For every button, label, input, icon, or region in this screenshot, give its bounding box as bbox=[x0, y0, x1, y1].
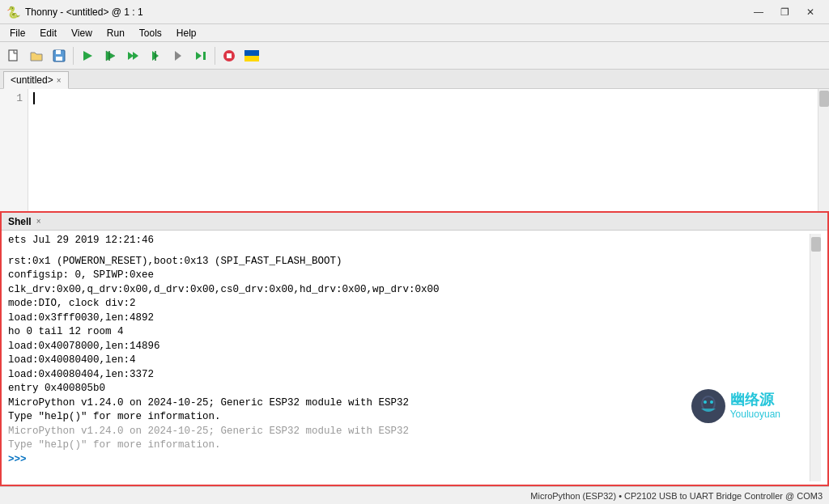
shell-empty-line bbox=[8, 248, 810, 255]
shell-line: MicroPython v1.24.0 on 2024-10-25; Gener… bbox=[8, 425, 810, 439]
shell-line: rst:0x1 (POWERON_RESET),boot:0x13 (SPI_F… bbox=[8, 255, 810, 269]
shell-header: Shell × bbox=[2, 213, 827, 231]
shell-line: load:0x3fff0030,len:4892 bbox=[8, 311, 810, 326]
shell-panel: Shell × ets Jul 29 2019 12:21:46rst:0x1 … bbox=[0, 211, 829, 486]
shell-line: configsip: 0, SPIWP:0xee bbox=[8, 269, 810, 283]
menu-item-file[interactable]: File bbox=[3, 26, 32, 40]
title-left: 🐍 Thonny - <untitled> @ 1 : 1 bbox=[6, 6, 143, 19]
tab-bar: <untitled> × bbox=[0, 70, 829, 89]
shell-scrollbar[interactable] bbox=[810, 234, 821, 481]
svg-marker-8 bbox=[133, 52, 138, 60]
line-number: 1 bbox=[5, 92, 23, 104]
shell-line: Type "help()" for more information. bbox=[8, 410, 810, 425]
editor-scrollbar[interactable] bbox=[818, 89, 829, 211]
open-file-button[interactable] bbox=[26, 45, 47, 66]
editor-tab-untitled[interactable]: <untitled> × bbox=[3, 71, 69, 89]
menu-item-tools[interactable]: Tools bbox=[133, 26, 168, 40]
tab-label: <untitled> bbox=[11, 74, 53, 86]
step-over-button[interactable] bbox=[122, 45, 143, 66]
shell-line: MicroPython v1.24.0 on 2024-10-25; Gener… bbox=[8, 396, 810, 411]
status-bar: MicroPython (ESP32) • CP2102 USB to UART… bbox=[0, 486, 829, 504]
svg-marker-7 bbox=[128, 52, 134, 60]
menu-bar: FileEditViewRunToolsHelp bbox=[0, 24, 829, 42]
debug-button[interactable] bbox=[100, 45, 121, 66]
shell-line: clk_drv:0x00,q_drv:0x00,d_drv:0x00,cs0_d… bbox=[8, 283, 810, 298]
run-button[interactable] bbox=[77, 45, 98, 66]
status-text: MicroPython (ESP32) • CP2102 USB to UART… bbox=[530, 491, 823, 501]
svg-rect-0 bbox=[9, 50, 17, 61]
save-file-button[interactable] bbox=[49, 45, 70, 66]
menu-item-help[interactable]: Help bbox=[170, 26, 203, 40]
svg-marker-12 bbox=[196, 52, 202, 60]
shell-content: ets Jul 29 2019 12:21:46rst:0x1 (POWERON… bbox=[8, 234, 810, 481]
menu-item-run[interactable]: Run bbox=[100, 26, 131, 40]
flag-button bbox=[241, 45, 262, 66]
menu-item-edit[interactable]: Edit bbox=[33, 26, 63, 40]
new-file-button[interactable] bbox=[3, 45, 24, 66]
title-text: Thonny - <untitled> @ 1 : 1 bbox=[25, 6, 143, 18]
separator-2 bbox=[215, 47, 215, 65]
shell-line: mode:DIO, clock div:2 bbox=[8, 297, 810, 311]
stop-button[interactable] bbox=[219, 45, 240, 66]
shell-line: load:0x40080404,len:3372 bbox=[8, 368, 810, 383]
step-into-button[interactable] bbox=[145, 45, 166, 66]
svg-marker-5 bbox=[106, 51, 115, 61]
shell-line: ets Jul 29 2019 12:21:46 bbox=[8, 234, 810, 248]
title-controls: — ❐ ✕ bbox=[746, 4, 823, 20]
shell-line: load:0x40080400,len:4 bbox=[8, 354, 810, 368]
svg-marker-11 bbox=[175, 51, 181, 61]
shell-tab-label[interactable]: Shell bbox=[8, 216, 32, 227]
separator-1 bbox=[73, 47, 74, 65]
shell-line: load:0x40078000,len:14896 bbox=[8, 340, 810, 354]
title-bar: 🐍 Thonny - <untitled> @ 1 : 1 — ❐ ✕ bbox=[0, 0, 829, 24]
svg-rect-3 bbox=[56, 57, 62, 61]
editor-content[interactable] bbox=[28, 89, 818, 211]
toolbar bbox=[0, 42, 829, 70]
svg-marker-4 bbox=[83, 51, 92, 61]
resume-button[interactable] bbox=[190, 45, 211, 66]
step-out-button[interactable] bbox=[168, 45, 189, 66]
tab-close-button[interactable]: × bbox=[57, 76, 62, 85]
editor-area[interactable]: 1 bbox=[0, 89, 829, 211]
shell-line: >>> bbox=[8, 453, 810, 468]
minimize-button[interactable]: — bbox=[746, 4, 771, 20]
shell-line: entry 0x400805b0 bbox=[8, 382, 810, 396]
shell-line: ho 0 tail 12 room 4 bbox=[8, 325, 810, 340]
shell-line: Type "help()" for more information. bbox=[8, 438, 810, 453]
maximize-button[interactable]: ❐ bbox=[772, 4, 797, 20]
close-button[interactable]: ✕ bbox=[798, 4, 823, 20]
svg-rect-13 bbox=[203, 52, 206, 60]
main-area: 1 Shell × ets Jul 29 2019 12:21:46rst:0x… bbox=[0, 89, 829, 486]
text-cursor bbox=[33, 92, 35, 104]
shell-close-button[interactable]: × bbox=[36, 217, 41, 226]
svg-rect-2 bbox=[56, 50, 61, 54]
shell-body[interactable]: ets Jul 29 2019 12:21:46rst:0x1 (POWERON… bbox=[2, 231, 827, 485]
menu-item-view[interactable]: View bbox=[65, 26, 99, 40]
svg-rect-15 bbox=[227, 53, 232, 58]
app-icon: 🐍 bbox=[6, 6, 20, 19]
line-numbers: 1 bbox=[0, 89, 28, 211]
